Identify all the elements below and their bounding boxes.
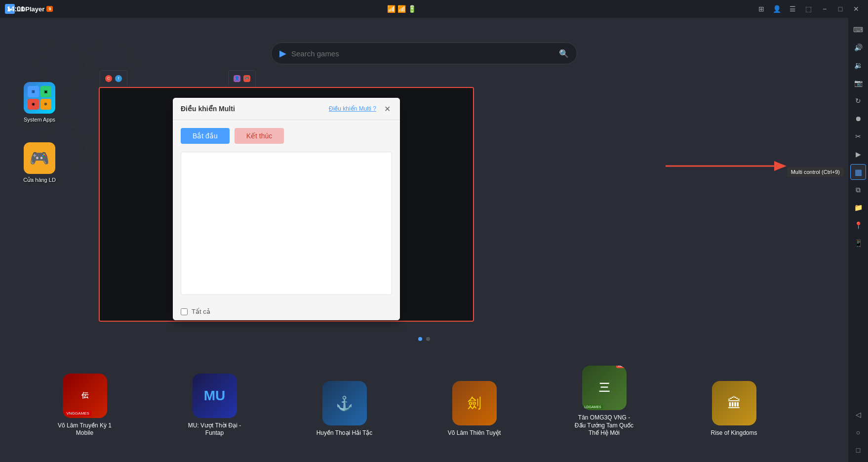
title-bar: ▶ LDPlayer 9 14:01 📶 📶 🔋 ⊞ 👤 ☰ ⬚ − □ ✕	[0, 0, 868, 18]
minimize-button[interactable]: −	[818, 2, 831, 16]
svg-marker-7	[774, 161, 787, 171]
toolbar-icon-1[interactable]: ⊞	[754, 2, 768, 16]
game-item-mu-vuot[interactable]: MU MU: Vượt Thời Đại - Funtap	[183, 374, 247, 437]
dialog-body: Bắt đầu Kết thúc	[173, 120, 400, 303]
game-item-tan-omg3q[interactable]: 三 LDGAMES NEW Tân OMG3Q VNG - Đấu Tướng …	[572, 366, 636, 437]
wifi-icon: 📶	[387, 5, 395, 13]
battery-icon: 🔋	[408, 5, 416, 13]
sidebar-rotate-btn[interactable]: ↻	[850, 93, 866, 109]
search-bar: ▶ 🔍	[271, 42, 577, 64]
game-item-rise-of-kingdoms[interactable]: 🏛 Rise of Kingdoms	[702, 381, 766, 437]
sidebar-volume-down-btn[interactable]: 🔉	[850, 57, 866, 73]
game-label-rise-of-kingdoms: Rise of Kingdoms	[710, 429, 757, 437]
game-icon-tan-omg3q: 三 LDGAMES NEW	[582, 366, 627, 410]
sidebar-copy-btn[interactable]: ⧉	[850, 182, 866, 198]
game-icon-vo-lam-thien: 劍	[452, 381, 497, 425]
search-bar-container: ▶ 🔍	[271, 42, 577, 64]
dialog-overlay: Điều khiển Multi Điều khiển Multi ? ✕ Bắ…	[100, 88, 473, 321]
clock: 14:01	[7, 5, 25, 13]
ld-store-label: Cửa hàng LD	[23, 177, 56, 183]
search-icon[interactable]: 🔍	[559, 49, 569, 58]
sidebar-video-btn[interactable]: ⏺	[850, 111, 866, 126]
sidebar-scissors-btn[interactable]: ✂	[850, 128, 866, 144]
window-controls: ⊞ 👤 ☰ ⬚ − □ ✕	[754, 2, 863, 16]
dot-1[interactable]	[418, 337, 422, 341]
game-label-tan-omg3q: Tân OMG3Q VNG - Đấu Tướng Tam Quốc Thế H…	[572, 414, 636, 437]
signal-icon: 📶	[397, 5, 406, 13]
right-sidebar: ⌨ 🔊 🔉 📷 ↻ ⏺ ✂ ▶ ▦ Multi control (Ctrl+9)…	[848, 18, 868, 462]
status-icons: 📶 📶 🔋	[387, 5, 416, 13]
desktop-icons: ⊞ ▣ ◉ ⊕ System Apps 🎮 Cửa hàng LD	[20, 82, 59, 183]
sidebar-phone-btn[interactable]: 📱	[850, 235, 866, 251]
version-badge: 9	[46, 6, 53, 12]
game-item-vo-lam[interactable]: 伝 VNGGAMES Võ Lâm Truyền Kỳ 1 Mobile	[53, 374, 117, 437]
system-apps-image: ⊞ ▣ ◉ ⊕	[24, 82, 55, 114]
sidebar-multi-control-btn[interactable]: ▦ Multi control (Ctrl+9)	[850, 164, 866, 180]
sidebar-play-btn[interactable]: ▶	[850, 146, 866, 162]
red-arrow	[666, 151, 789, 183]
game-icon-vo-lam: 伝 VNGGAMES	[63, 374, 107, 418]
game-label-vo-lam-thien: Võ Lâm Thiên Tuyệt	[448, 429, 501, 437]
game-label-huyen-thoai: Huyền Thoại Hải Tặc	[316, 429, 373, 437]
pagination-dots	[418, 337, 430, 341]
sidebar-folder-btn[interactable]: 📁	[850, 200, 866, 215]
game-icon-mu-vuot: MU	[193, 374, 237, 418]
maximize-button[interactable]: □	[833, 2, 847, 16]
select-all-checkbox[interactable]	[181, 308, 188, 315]
multi-control-dialog: Điều khiển Multi Điều khiển Multi ? ✕ Bắ…	[173, 98, 400, 320]
game-item-huyen-thoai[interactable]: ⚓ Huyền Thoại Hải Tặc	[313, 381, 377, 437]
sidebar-back-btn[interactable]: ◁	[850, 407, 866, 422]
game-item-vo-lam-thien[interactable]: 劍 Võ Lâm Thiên Tuyệt	[442, 381, 507, 437]
dialog-header-right: Điều khiển Multi ? ✕	[329, 104, 392, 114]
dot-2[interactable]	[426, 337, 430, 341]
svg-marker-0	[37, 42, 86, 85]
toolbar-icon-4[interactable]: ⬚	[802, 2, 816, 16]
emulator-tab-1[interactable]: C f	[100, 70, 127, 86]
sidebar-volume-up-btn[interactable]: 🔊	[850, 40, 866, 55]
play-store-icon: ▶	[279, 48, 286, 59]
ld-store-icon[interactable]: 🎮 Cửa hàng LD	[20, 142, 59, 183]
toolbar-icon-3[interactable]: ☰	[786, 2, 800, 16]
sidebar-location-btn[interactable]: 📍	[850, 217, 866, 233]
bottom-games-row: 伝 VNGGAMES Võ Lâm Truyền Kỳ 1 Mobile MU …	[0, 366, 819, 437]
system-apps-label: System Apps	[24, 117, 55, 123]
system-apps-icon[interactable]: ⊞ ▣ ◉ ⊕ System Apps	[20, 82, 59, 123]
game-icon-huyen-thoai: ⚓	[322, 381, 367, 425]
dialog-content-area	[181, 152, 392, 295]
game-label-mu-vuot: MU: Vượt Thời Đại - Funtap	[183, 422, 247, 437]
sidebar-home-btn[interactable]: ○	[850, 424, 866, 440]
dialog-buttons: Bắt đầu Kết thúc	[181, 128, 392, 144]
dialog-help-link[interactable]: Điều khiển Multi ?	[329, 105, 376, 112]
toolbar-icon-2[interactable]: 👤	[770, 2, 784, 16]
dialog-header: Điều khiển Multi Điều khiển Multi ? ✕	[173, 98, 400, 120]
dialog-footer: Tất cả	[173, 303, 400, 320]
sidebar-keyboard-btn[interactable]: ⌨	[850, 22, 866, 38]
dialog-title: Điều khiển Multi	[181, 105, 235, 113]
search-input[interactable]	[291, 49, 554, 58]
game-icon-rise-of-kingdoms: 🏛	[712, 381, 756, 425]
dialog-close-button[interactable]: ✕	[382, 104, 392, 114]
emulator-tabs: C f 👤 🎮	[100, 70, 256, 86]
main-content: ▶ 🔍 ⊞ ▣ ◉ ⊕ System Apps 🎮 Cửa hàng LD C …	[0, 18, 848, 462]
new-badge: NEW	[616, 366, 627, 368]
emulator-panel: C f 👤 🎮 Điều khiển Multi Điều khiển Mult…	[99, 87, 474, 322]
emulator-tab-2[interactable]: 👤 🎮	[228, 70, 256, 86]
start-button[interactable]: Bắt đầu	[181, 128, 230, 144]
game-label-vo-lam: Võ Lâm Truyền Kỳ 1 Mobile	[53, 422, 117, 437]
sidebar-recents-btn[interactable]: □	[850, 442, 866, 458]
ld-store-image: 🎮	[24, 142, 55, 174]
sidebar-camera-btn[interactable]: 📷	[850, 75, 866, 91]
end-button[interactable]: Kết thúc	[235, 128, 284, 144]
select-all-label: Tất cả	[192, 308, 210, 315]
close-button[interactable]: ✕	[849, 2, 863, 16]
